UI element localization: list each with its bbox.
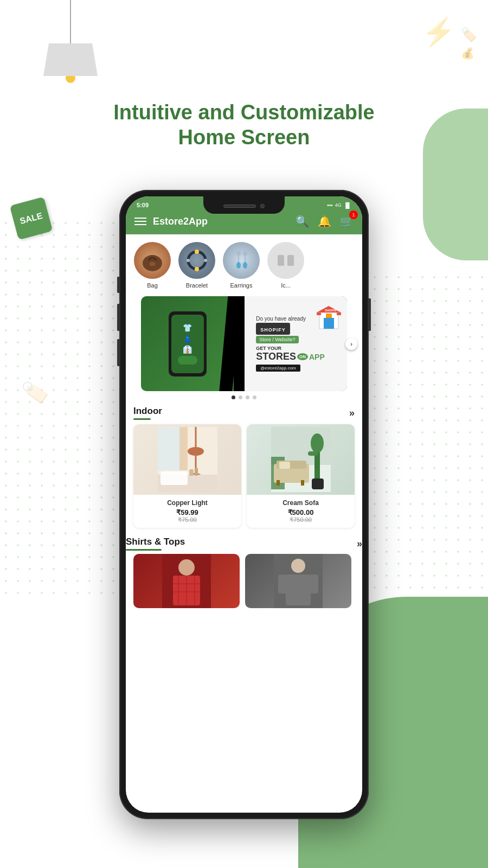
phone-screen: 5:09 ••• 4G ▐▌ Estor <box>126 196 362 813</box>
svg-rect-40 <box>277 480 280 486</box>
promotional-banner[interactable]: 👕 👗 👔 <box>141 296 347 391</box>
svg-rect-17 <box>324 318 334 329</box>
svg-point-5 <box>187 259 190 262</box>
category-bracelet[interactable]: Bracelet <box>178 242 216 289</box>
volume-down-button <box>117 339 119 366</box>
app-header: Estore2App 🔍 🔔 🛒 1 <box>126 210 362 234</box>
shirts-more-button[interactable]: » <box>357 538 362 550</box>
banner-do-you-text: Do you have already <box>256 316 306 322</box>
mute-button <box>117 277 119 293</box>
svg-rect-56 <box>310 575 318 593</box>
banner-wrapper: 👕 👗 👔 <box>133 296 355 391</box>
camera <box>260 204 265 208</box>
category-bag-label: Bag <box>147 282 158 289</box>
banner-next-button[interactable]: › <box>345 338 357 350</box>
svg-point-3 <box>195 250 199 254</box>
phone-content: Bag <box>126 234 362 807</box>
category-earrings-image <box>223 242 260 279</box>
shirts-section-header: Shirts & Tops » <box>126 533 362 554</box>
background: SALE ⚡ 🏷️ 💰 🏷️ Intuitive and Customizabl… <box>0 0 488 868</box>
dots-right-decoration <box>369 271 488 597</box>
copper-light-original-price: ₹75.00 <box>139 516 236 524</box>
lightning-deco: ⚡ <box>422 16 455 48</box>
banner-dot-4[interactable] <box>253 395 256 399</box>
category-bag[interactable]: Bag <box>133 242 171 289</box>
svg-rect-19 <box>317 312 321 315</box>
notification-icon[interactable]: 🔔 <box>318 215 331 228</box>
heading-line1: Intuitive and Customizable <box>33 100 455 125</box>
category-bracelet-image <box>178 242 215 279</box>
svg-rect-36 <box>308 451 318 456</box>
shirt-product-1[interactable] <box>133 554 240 608</box>
status-icons: ••• 4G ▐▌ <box>327 202 351 208</box>
svg-rect-37 <box>312 478 324 489</box>
svg-rect-13 <box>278 255 284 266</box>
indoor-more-button[interactable]: » <box>349 407 355 419</box>
indoor-title-container: Indoor <box>133 406 162 420</box>
category-more-label: Ic... <box>281 282 291 289</box>
svg-rect-41 <box>301 480 304 486</box>
cream-sofa-info: Cream Sofa ₹500.00 ₹750.00 <box>247 495 355 528</box>
svg-point-10 <box>243 251 247 256</box>
svg-rect-14 <box>287 255 294 266</box>
svg-text:SHOPIFY: SHOPIFY <box>325 309 339 312</box>
svg-point-2 <box>188 252 206 269</box>
category-more-image <box>267 242 304 279</box>
svg-rect-54 <box>286 575 311 605</box>
product-copper-light[interactable]: Copper Light ₹59.99 ₹75.00 <box>133 424 241 528</box>
banner-dot-1[interactable] <box>232 395 235 399</box>
shirts-section-title: Shirts & Tops <box>126 537 185 547</box>
shirts-title-container: Shirts & Tops <box>126 537 185 551</box>
battery-icon: ▐▌ <box>344 202 351 208</box>
indoor-section-header: Indoor » <box>126 404 362 424</box>
category-more[interactable]: Ic... <box>267 242 305 289</box>
banner-indicators <box>126 391 362 404</box>
shirt-product-2[interactable] <box>245 554 351 608</box>
svg-point-45 <box>178 559 195 576</box>
deco-icons: 🏷️ 💰 <box>461 27 477 60</box>
svg-rect-55 <box>278 575 287 593</box>
category-bag-image <box>134 242 171 279</box>
svg-rect-30 <box>189 469 194 476</box>
product-cream-sofa[interactable]: Cream Sofa ₹500.00 ₹750.00 <box>247 424 355 528</box>
svg-rect-24 <box>179 427 188 470</box>
phone-outer-frame: 5:09 ••• 4G ▐▌ Estor <box>119 190 369 819</box>
cart-icon[interactable]: 🛒 1 <box>340 215 354 228</box>
header-icons: 🔍 🔔 🛒 1 <box>296 215 354 228</box>
svg-rect-1 <box>150 262 155 266</box>
cream-sofa-image <box>247 424 355 495</box>
heading-line2: Home Screen <box>33 125 455 150</box>
category-bracelet-label: Bracelet <box>186 282 208 289</box>
shirts-products-row <box>126 554 362 608</box>
banner-left: 👕 👗 👔 <box>141 296 234 391</box>
categories-row: Bag <box>126 234 362 296</box>
copper-light-price: ₹59.99 <box>139 508 236 516</box>
indoor-section-title: Indoor <box>133 406 162 417</box>
svg-point-9 <box>236 262 241 269</box>
copper-light-info: Copper Light ₹59.99 ₹75.00 <box>133 495 241 528</box>
svg-rect-29 <box>160 471 188 485</box>
category-earrings[interactable]: Earrings <box>222 242 260 289</box>
network-icon: 4G <box>335 202 342 208</box>
banner-dot-2[interactable] <box>239 395 242 399</box>
svg-point-7 <box>236 251 241 256</box>
shirts-underline <box>126 549 162 551</box>
hamburger-menu[interactable] <box>134 218 146 225</box>
banner-right: Do you have already SHOPIFY Store / Webs… <box>234 296 347 391</box>
svg-point-26 <box>188 447 204 456</box>
status-time: 5:09 <box>137 202 149 208</box>
banner-app-text: APP <box>309 353 325 361</box>
cart-badge: 1 <box>349 210 358 219</box>
copper-light-name: Copper Light <box>139 499 236 507</box>
search-icon[interactable]: 🔍 <box>296 215 309 228</box>
banner-dot-3[interactable] <box>246 395 249 399</box>
svg-point-6 <box>204 259 207 262</box>
copper-light-image <box>133 424 241 495</box>
svg-point-12 <box>243 262 247 269</box>
cream-sofa-name: Cream Sofa <box>252 499 349 507</box>
svg-rect-31 <box>195 468 198 476</box>
svg-point-35 <box>311 433 324 453</box>
phone-notch <box>203 196 285 214</box>
lamp-decoration <box>43 0 98 83</box>
header-left: Estore2App <box>134 216 208 227</box>
